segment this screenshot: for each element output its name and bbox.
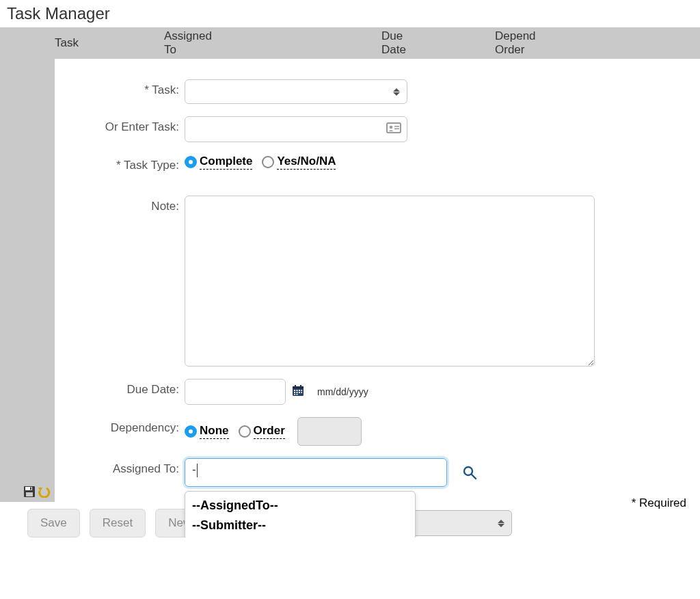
or-enter-task-input[interactable]: [185, 116, 407, 142]
svg-point-5: [390, 126, 393, 129]
due-date-label: Due Date:: [55, 379, 185, 397]
svg-rect-17: [297, 392, 298, 393]
left-rail: [0, 59, 55, 502]
table-header-row: Task Assigned To Due Date Depend Order: [0, 27, 700, 59]
id-card-icon: [386, 122, 401, 137]
note-textarea[interactable]: [185, 196, 595, 367]
svg-line-23: [472, 475, 476, 479]
dropdown-item-submitter[interactable]: --Submitter--: [185, 516, 415, 535]
chevron-updown-icon: [498, 518, 506, 529]
save-disk-icon[interactable]: [23, 485, 36, 498]
svg-rect-18: [299, 392, 300, 393]
svg-rect-6: [394, 126, 399, 127]
svg-rect-13: [297, 390, 298, 391]
task-label: * Task:: [55, 79, 185, 97]
svg-rect-3: [30, 488, 31, 490]
svg-rect-20: [294, 394, 295, 395]
chevron-updown-icon: [393, 86, 401, 97]
svg-rect-2: [26, 492, 33, 496]
radio-unselected-icon: [262, 156, 274, 168]
svg-rect-16: [294, 392, 295, 393]
svg-rect-11: [300, 385, 301, 388]
col-header-depend-order: Depend Order: [495, 29, 700, 56]
note-label: Note:: [55, 196, 185, 213]
save-button[interactable]: Save: [27, 509, 80, 537]
radio-unselected-icon: [239, 425, 251, 438]
dependency-none-option[interactable]: None: [185, 424, 229, 439]
or-enter-task-label: Or Enter Task:: [55, 116, 185, 134]
col-header-due-date: Due Date: [381, 29, 495, 56]
task-select[interactable]: [185, 79, 407, 104]
svg-rect-19: [301, 392, 303, 393]
assigned-to-input[interactable]: -: [185, 458, 447, 487]
svg-rect-21: [297, 394, 298, 395]
undo-icon[interactable]: [37, 485, 51, 498]
page-title: Task Manager: [0, 0, 700, 27]
svg-rect-12: [294, 390, 295, 391]
dependency-order-option[interactable]: Order: [239, 424, 285, 439]
svg-rect-10: [295, 385, 296, 388]
assigned-to-dropdown: --AssignedTo-- --Submitter--: [185, 491, 416, 537]
dropdown-item-assignedto[interactable]: --AssignedTo--: [185, 496, 415, 516]
radio-selected-icon: [185, 156, 197, 168]
col-header-task: Task: [55, 36, 164, 50]
search-icon[interactable]: [462, 465, 477, 480]
col-header-assigned-to: Assigned To: [164, 29, 381, 56]
task-type-label: * Task Type:: [55, 155, 185, 172]
svg-rect-14: [299, 390, 300, 391]
reset-button[interactable]: Reset: [90, 509, 146, 537]
task-type-radio-group: Complete Yes/No/NA: [185, 155, 336, 170]
dependency-label: Dependency:: [55, 417, 185, 435]
svg-rect-7: [394, 129, 399, 130]
task-type-complete-option[interactable]: Complete: [185, 155, 252, 170]
calendar-icon[interactable]: [291, 384, 305, 400]
dependency-radio-group: None Order: [185, 417, 362, 446]
dependency-order-input[interactable]: [297, 417, 362, 446]
svg-rect-9: [293, 386, 304, 389]
due-date-hint: mm/dd/yyyy: [317, 386, 368, 397]
radio-selected-icon: [185, 425, 197, 438]
due-date-input[interactable]: [185, 379, 286, 405]
svg-rect-15: [301, 390, 303, 391]
assigned-to-label: Assigned To:: [55, 458, 185, 476]
required-note: * Required: [632, 496, 686, 510]
task-type-yesno-option[interactable]: Yes/No/NA: [262, 155, 336, 170]
